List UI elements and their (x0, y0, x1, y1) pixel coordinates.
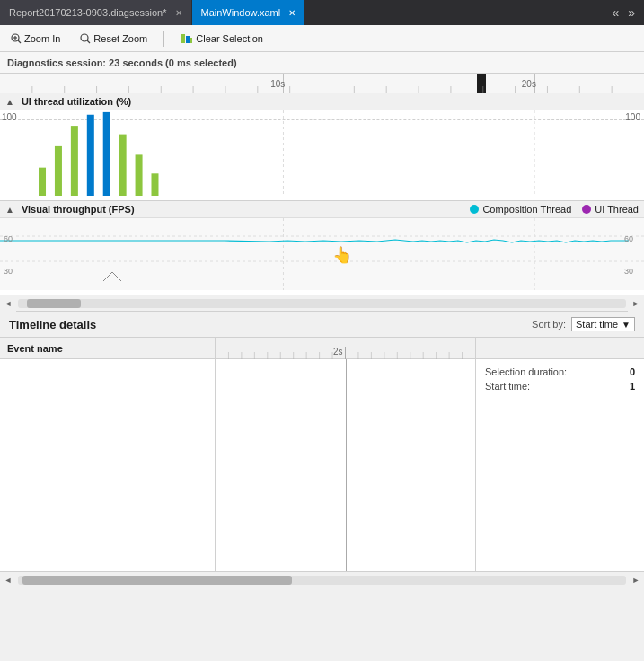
zoom-in-label: Zoom In (24, 33, 60, 44)
timeline-column: 2s (216, 338, 476, 571)
ui-thread-collapse-arrow[interactable]: ▲ (5, 97, 14, 107)
bottom-scroll-left[interactable]: ◄ (0, 572, 16, 588)
fps-collapse-arrow[interactable]: ▲ (5, 205, 14, 215)
svg-text:60: 60 (624, 234, 633, 243)
svg-text:30: 30 (624, 267, 633, 276)
fps-chart-header: ▲ Visual throughput (FPS) Composition Th… (0, 201, 644, 218)
legend-composition: Composition Thread (470, 204, 571, 215)
clear-selection-icon (181, 33, 193, 44)
ui-thread-chart-canvas[interactable]: 100 100 (0, 110, 644, 196)
bottom-scroll-track[interactable] (18, 576, 626, 585)
fps-chart-title: Visual throughput (FPS) (22, 204, 135, 215)
chart-scrollbar: ◄ ► (0, 295, 644, 312)
selection-duration-value: 0 (630, 366, 635, 377)
svg-rect-35 (119, 135, 127, 196)
reset-zoom-label: Reset Zoom (93, 33, 147, 44)
details-column: Selection duration: 0 Start time: 1 (476, 338, 644, 571)
bottom-scroll-thumb[interactable] (22, 576, 292, 585)
details-body: Selection duration: 0 Start time: 1 (476, 359, 644, 571)
ui-thread-chart-title: UI thread utilization (%) (22, 96, 131, 107)
ruler2-svg: 2s (216, 338, 475, 359)
sort-by-label: Sort by: (532, 319, 566, 330)
svg-rect-6 (181, 34, 185, 43)
tab-nav-buttons: « » (608, 5, 644, 20)
selection-duration-row: Selection duration: 0 (485, 366, 635, 377)
fps-chart-canvas[interactable]: 60 60 30 30 👆 (0, 218, 644, 290)
legend-ui-thread-dot (582, 205, 591, 214)
chart-scroll-track[interactable] (18, 299, 626, 308)
svg-rect-37 (151, 173, 158, 196)
fps-legend: Composition Thread UI Thread (470, 204, 639, 215)
reset-zoom-icon (80, 33, 91, 44)
timeline-cursor (346, 359, 347, 571)
timeline-details-title: Timeline details (9, 318, 96, 331)
ui-thread-chart-section: ▲ UI thread utilization (%) 100 100 (0, 93, 644, 201)
svg-rect-34 (103, 112, 110, 196)
svg-rect-7 (186, 36, 190, 43)
svg-line-1 (18, 40, 21, 43)
start-time-row: Start time: 1 (485, 381, 635, 392)
start-time-value: 1 (630, 381, 635, 392)
tab-diag[interactable]: Report20170213-0903.diagsession* ✕ (0, 0, 192, 25)
legend-composition-label: Composition Thread (482, 204, 571, 215)
svg-text:60: 60 (4, 234, 13, 243)
event-name-header-label: Event name (7, 343, 63, 354)
tab-xaml[interactable]: MainWindow.xaml ✕ (192, 0, 306, 25)
svg-point-4 (81, 34, 88, 41)
legend-composition-dot (470, 205, 479, 214)
fps-chart-svg: 60 60 30 30 (0, 218, 644, 290)
details-header (476, 338, 644, 359)
sort-dropdown[interactable]: Start time ▼ (571, 317, 635, 331)
ruler-ticks-svg (0, 74, 644, 93)
svg-text:30: 30 (4, 267, 13, 276)
clear-selection-button[interactable]: Clear Selection (177, 31, 267, 46)
ruler-inner: 10s 20s (0, 74, 644, 93)
start-time-label: Start time: (485, 381, 530, 392)
svg-rect-8 (190, 38, 192, 43)
tab-nav-right[interactable]: » (624, 5, 639, 20)
timeline-ruler[interactable]: 10s 20s (0, 74, 644, 93)
tab-diag-label: Report20170213-0903.diagsession* (9, 7, 167, 18)
chart-scroll-right[interactable]: ► (628, 295, 644, 312)
fps-chart-section: ▲ Visual throughput (FPS) Composition Th… (0, 201, 644, 295)
chart-scroll-left[interactable]: ◄ (0, 295, 16, 312)
reset-zoom-button[interactable]: Reset Zoom (76, 31, 151, 46)
timeline-ruler2: 2s (216, 338, 475, 359)
timeline-details-header: Timeline details Sort by: Start time ▼ (0, 312, 644, 338)
bottom-scroll-right[interactable]: ► (628, 572, 644, 588)
chart-scroll-thumb[interactable] (27, 299, 81, 308)
sort-option: Start time (576, 319, 618, 330)
event-name-header: Event name (0, 338, 215, 359)
tab-xaml-label: MainWindow.xaml (201, 7, 281, 18)
tab-bar: Report20170213-0903.diagsession* ✕ MainW… (0, 0, 644, 25)
svg-text:2s: 2s (333, 347, 343, 357)
timeline-body[interactable] (216, 359, 475, 571)
ui-thread-chart-header: ▲ UI thread utilization (%) (0, 93, 644, 110)
tab-diag-close[interactable]: ✕ (175, 8, 182, 18)
toolbar-separator (163, 31, 164, 47)
clear-selection-label: Clear Selection (196, 33, 263, 44)
legend-ui-thread-label: UI Thread (595, 204, 639, 215)
svg-rect-32 (71, 126, 78, 196)
bottom-scrollbar: ◄ ► (0, 571, 644, 587)
event-name-body[interactable] (0, 359, 215, 571)
ui-thread-bars-svg (0, 110, 644, 196)
svg-line-5 (87, 40, 90, 43)
session-bar: Diagnostics session: 23 seconds (0 ms se… (0, 52, 644, 74)
svg-rect-36 (136, 154, 143, 196)
zoom-in-button[interactable]: Zoom In (7, 31, 64, 46)
zoom-in-icon (11, 33, 22, 44)
toolbar: Zoom In Reset Zoom Clear Selection (0, 25, 644, 52)
svg-rect-33 (87, 115, 94, 196)
tab-xaml-close[interactable]: ✕ (288, 8, 296, 18)
session-info: Diagnostics session: 23 seconds (0 ms se… (7, 57, 237, 68)
event-name-column: Event name (0, 338, 216, 571)
svg-rect-30 (39, 168, 46, 196)
sort-dropdown-arrow: ▼ (622, 320, 631, 330)
table-area: Event name 2s (0, 338, 644, 571)
tabs-container: Report20170213-0903.diagsession* ✕ MainW… (0, 0, 305, 25)
legend-ui-thread: UI Thread (582, 204, 639, 215)
tab-nav-left[interactable]: « (608, 5, 622, 20)
sort-controls: Sort by: Start time ▼ (532, 317, 635, 331)
svg-rect-31 (55, 146, 62, 196)
